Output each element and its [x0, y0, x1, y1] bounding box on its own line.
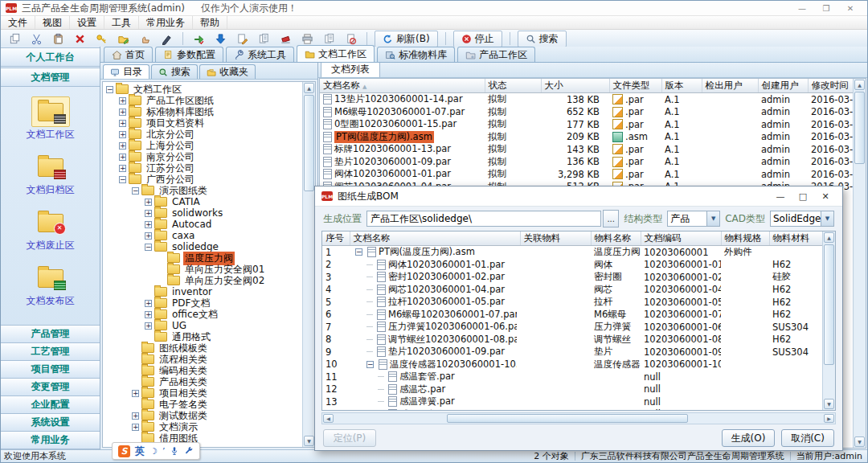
bom-document-name-cell[interactable]: −PT阀(温度压力阀).asm [350, 246, 520, 259]
check-in-button[interactable] [188, 30, 210, 47]
bom-document-name-cell[interactable]: 阀体10203060001-01.par [350, 259, 520, 272]
cancel-button[interactable]: 取消(C) [781, 429, 834, 447]
bom-document-name-cell[interactable]: 阀芯10203060001-04.par [350, 284, 520, 297]
column-header-2[interactable]: 大小 [541, 79, 609, 93]
collapse-icon[interactable]: − [366, 361, 374, 368]
table-row[interactable]: 阀体10203060001-01.par拟制3,298 KB.parA.1adm… [320, 168, 853, 181]
sidebar-section-bottom-0[interactable]: 产品管理 [1, 325, 100, 342]
tree-node[interactable]: −演示图纸类 [103, 185, 302, 196]
refresh-button[interactable]: 刷新(B) [375, 31, 438, 47]
bom-table-scrollbar[interactable]: ▲ ▼ [822, 232, 835, 410]
panel-tab-search-green[interactable]: 搜索 [151, 64, 198, 79]
scroll-left-icon[interactable]: ◀ [323, 414, 334, 423]
close-button[interactable]: ✕ [838, 2, 862, 14]
bom-table-row[interactable]: 13感温弹簧.parnull [322, 395, 822, 408]
tree-node[interactable]: +项目文档资料 [103, 117, 302, 129]
moon-icon[interactable]: ☽ [149, 446, 158, 457]
expand-icon[interactable]: + [145, 311, 152, 318]
panel-tab-favorites[interactable]: 收藏夹 [199, 64, 256, 79]
search-button[interactable]: 搜索 [518, 31, 567, 47]
collapse-icon[interactable]: − [132, 187, 139, 195]
expand-icon[interactable]: + [145, 221, 152, 228]
document-name-cell[interactable]: PT阀(温度压力阀).asm [320, 131, 485, 144]
punctuation-icon[interactable]: ’ [162, 446, 166, 457]
column-header-1[interactable]: 状态 [485, 79, 541, 93]
microphone-icon[interactable] [170, 446, 179, 456]
bom-document-name-cell[interactable]: 感温套管.par [350, 371, 520, 383]
eraser-button[interactable] [275, 30, 297, 47]
sidebar-item-3[interactable]: 文档发布区 [27, 263, 75, 308]
tree-node[interactable]: +CATIA [103, 196, 302, 207]
bom-document-name-cell[interactable]: M6螺母10203060001-07.par [350, 309, 520, 322]
document-table-scrollbar[interactable]: ▲ ▼ [853, 79, 866, 448]
scroll-thumb[interactable] [447, 414, 688, 423]
tree-node[interactable]: +文档演示 [103, 421, 302, 432]
check-out-button[interactable] [210, 30, 231, 47]
scroll-up-icon[interactable]: ▲ [854, 80, 865, 90]
table-row[interactable]: 13垫片10203060001-14.par拟制138 KB.parA.1adm… [320, 93, 853, 106]
doc-copy-button[interactable] [253, 30, 275, 47]
bom-table-row[interactable]: 10−温度传感器10203060001-10.asm温度传感器102030600… [322, 359, 822, 371]
delete-button[interactable] [69, 30, 91, 47]
table-row[interactable]: 标牌10203060001-13.par拟制143 KB.parA.1admin… [320, 143, 853, 156]
bom-table-row[interactable]: 9垫片10203060001-09.par垫片10203060001-09SUS… [322, 346, 822, 359]
ime-toolbar[interactable]: S 英 ☽ ’ [112, 442, 200, 460]
column-header-0[interactable]: 文档名称▲ [320, 79, 485, 93]
menu-item-1[interactable]: 视图 [35, 16, 70, 29]
tab-product[interactable]: 产品工作区 [457, 47, 535, 62]
folder-edit-button[interactable] [113, 30, 134, 47]
stamp-button[interactable] [134, 30, 156, 47]
bom-document-name-cell[interactable]: 感温固定套.par [350, 408, 520, 411]
bom-table-row[interactable]: 1−PT阀(温度压力阀).asm温度压力阀10203060001外购件 [322, 246, 822, 259]
bom-table-row[interactable]: 12感温芯.parnull [322, 383, 822, 396]
bom-document-name-cell[interactable]: 密封10203060001-02.par [350, 271, 520, 284]
edit-doc-button[interactable] [231, 30, 253, 47]
bom-column-header-3[interactable]: 物料名称 [591, 232, 641, 246]
chevron-down-icon[interactable]: ▼ [706, 211, 719, 226]
expand-icon[interactable]: + [119, 120, 126, 127]
bom-table-row[interactable]: 14感温固定套.parnull [322, 408, 822, 411]
scroll-thumb[interactable] [854, 92, 865, 164]
bom-table-row[interactable]: 11感温套管.parnull [322, 371, 822, 383]
document-name-cell[interactable]: M6螺母10203060001-07.par [320, 106, 485, 119]
bom-column-header-1[interactable]: 文档名称 [350, 232, 520, 246]
scroll-right-icon[interactable]: ▶ [824, 414, 834, 423]
scroll-thumb[interactable] [304, 95, 314, 191]
expand-icon[interactable]: + [119, 165, 126, 172]
menu-item-3[interactable]: 工具 [104, 16, 139, 29]
column-header-3[interactable]: 文件类型 [609, 79, 661, 93]
sidebar-section-bottom-1[interactable]: 工艺管理 [1, 342, 100, 360]
sidebar-item-0[interactable]: 文档工作区 [27, 96, 75, 141]
wrench-icon[interactable] [184, 446, 194, 456]
bom-table-row[interactable]: 3密封10203060001-02.par密封圈10203060001-02硅胶 [322, 271, 822, 284]
table-row[interactable]: M6螺母10203060001-07.par拟制652 KB.parA.1adm… [320, 106, 853, 119]
sidebar-item-2[interactable]: ✕文档废止区 [27, 207, 75, 252]
scroll-down-icon[interactable]: ▼ [824, 399, 834, 409]
location-input[interactable]: 产品工作区\solidedge\ [366, 211, 601, 227]
restore-button[interactable]: ❐ [814, 2, 838, 14]
cad-type-select[interactable]: SolidEdge ▼ [770, 211, 834, 227]
bom-table-row[interactable]: 6M6螺母10203060001-07.parM6螺母10203060001-0… [322, 309, 822, 322]
tab-library[interactable]: 标准物料库 [377, 47, 455, 62]
ime-language-indicator[interactable]: 英 [135, 445, 145, 458]
sign-button[interactable] [156, 30, 178, 47]
expand-icon[interactable]: + [119, 109, 126, 116]
dialog-close-button[interactable]: ✕ [815, 189, 836, 203]
expand-icon[interactable]: + [145, 210, 152, 217]
tree-node[interactable]: +测试数据类 [103, 410, 302, 421]
tree-node[interactable]: +南京分公司 [103, 151, 302, 162]
dialog-maximize-button[interactable]: □ [792, 189, 813, 203]
menu-item-4[interactable]: 常用业务 [139, 16, 193, 29]
tab-document-list[interactable]: 文档列表 [321, 63, 380, 77]
sidebar-section-1[interactable]: 文档管理 [1, 68, 100, 87]
scroll-thumb[interactable] [824, 244, 834, 365]
bom-table-row[interactable]: 7压力弹簧10203060001-06.par压力弹簧10203060001-0… [322, 321, 822, 334]
bom-document-name-cell[interactable]: 压力弹簧10203060001-06.par [350, 321, 520, 334]
tree-node[interactable]: +caxa [103, 230, 302, 241]
bom-document-name-cell[interactable]: 拉杆10203060001-05.par [350, 296, 520, 309]
paste-button[interactable] [47, 30, 69, 47]
bom-document-name-cell[interactable]: 调节螺丝10203060001-08.par [350, 334, 520, 346]
tree-node[interactable]: +Autocad [103, 219, 302, 230]
collapse-icon[interactable]: − [145, 244, 152, 251]
tree-node[interactable]: +北京分公司 [103, 129, 302, 140]
